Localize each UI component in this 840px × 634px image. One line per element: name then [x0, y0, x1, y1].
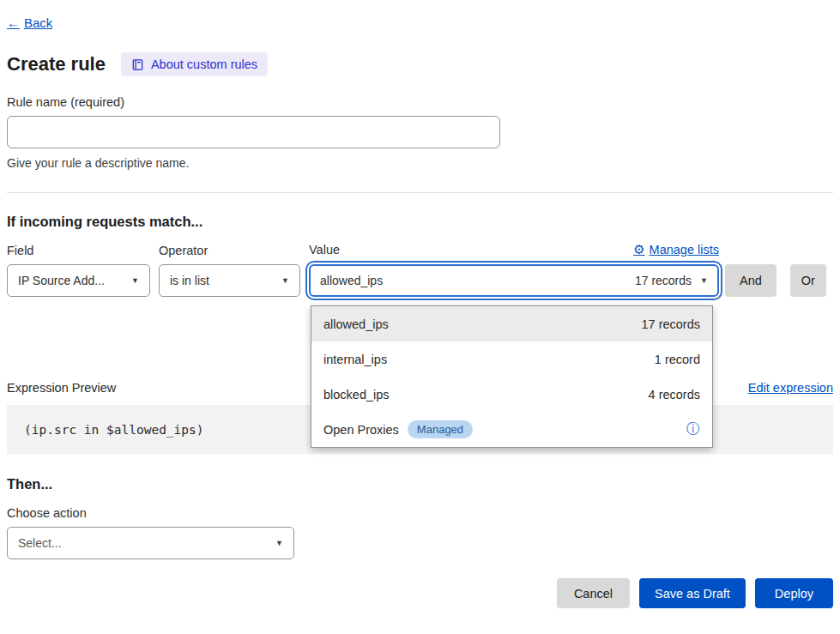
option-name: blocked_ips	[323, 388, 390, 402]
field-select-value: IP Source Add...	[18, 274, 105, 287]
rule-name-input[interactable]	[7, 116, 500, 148]
manage-lists-link[interactable]: ⚙Manage lists	[633, 242, 719, 257]
create-rule-page: ←Back Create rule About custom rules Rul…	[0, 0, 840, 634]
book-icon	[131, 58, 144, 71]
operator-select[interactable]: is in list ▼	[159, 264, 300, 297]
managed-badge: Managed	[408, 420, 473, 438]
and-or-buttons: And Or	[725, 264, 826, 297]
gear-icon: ⚙	[633, 242, 644, 257]
operator-label: Operator	[159, 244, 300, 257]
action-select-value: Select...	[18, 536, 62, 550]
list-option-internal-ips[interactable]: internal_ips 1 record	[311, 341, 712, 377]
value-column: Value ⚙Manage lists allowed_ips 17 recor…	[309, 242, 719, 297]
value-select-records: 17 records	[635, 274, 692, 287]
deploy-button[interactable]: Deploy	[755, 578, 833, 608]
value-dropdown-menu: allowed_ips 17 records internal_ips 1 re…	[311, 305, 713, 448]
expression-preview-label: Expression Preview	[7, 381, 116, 395]
option-name: internal_ips	[323, 353, 387, 366]
cancel-button[interactable]: Cancel	[557, 578, 630, 608]
rule-name-block: Rule name (required) Give your rule a de…	[7, 95, 833, 170]
field-label: Field	[7, 244, 150, 257]
field-select[interactable]: IP Source Add... ▼	[7, 264, 150, 297]
and-button[interactable]: And	[725, 264, 777, 297]
match-condition-row: Field IP Source Add... ▼ Operator is in …	[7, 242, 833, 297]
rule-name-label: Rule name (required)	[7, 95, 833, 109]
value-header-row: Value ⚙Manage lists	[309, 242, 719, 257]
value-select[interactable]: allowed_ips 17 records ▼	[309, 264, 719, 297]
option-records: 1 record	[655, 353, 700, 366]
list-option-open-proxies[interactable]: Open Proxies Managed ⓘ	[311, 412, 712, 447]
option-name: Open Proxies	[323, 423, 399, 437]
back-link-label: Back	[24, 15, 52, 30]
about-badge-label: About custom rules	[151, 57, 257, 71]
option-records: 17 records	[641, 317, 700, 331]
option-name: allowed_ips	[323, 317, 389, 331]
value-label: Value	[309, 243, 340, 257]
value-select-value: allowed_ips	[320, 274, 383, 287]
list-option-allowed-ips[interactable]: allowed_ips 17 records	[311, 306, 712, 341]
info-icon[interactable]: ⓘ	[686, 420, 700, 438]
manage-lists-label: Manage lists	[650, 243, 719, 257]
save-as-draft-button[interactable]: Save as Draft	[639, 578, 746, 608]
chevron-down-icon: ▼	[700, 276, 708, 285]
list-option-blocked-ips[interactable]: blocked_ips 4 records	[311, 377, 712, 412]
chevron-down-icon: ▼	[281, 276, 289, 285]
then-section-heading: Then...	[7, 476, 833, 492]
about-custom-rules-link[interactable]: About custom rules	[121, 52, 268, 76]
title-row: Create rule About custom rules	[7, 52, 833, 76]
back-arrow-icon: ←	[7, 15, 20, 30]
chevron-down-icon: ▼	[131, 276, 139, 285]
action-select[interactable]: Select... ▼	[7, 527, 294, 559]
expression-code: (ip.src in $allowed_ips)	[24, 423, 204, 437]
operator-select-value: is in list	[170, 274, 209, 287]
page-title: Create rule	[7, 53, 106, 75]
rule-name-helper: Give your rule a descriptive name.	[7, 156, 833, 170]
field-column: Field IP Source Add... ▼	[7, 244, 150, 297]
section-divider	[7, 192, 833, 193]
match-section-heading: If incoming requests match...	[7, 214, 833, 230]
or-button[interactable]: Or	[790, 264, 826, 297]
operator-column: Operator is in list ▼	[159, 244, 300, 297]
choose-action-label: Choose action	[7, 506, 833, 520]
edit-expression-link[interactable]: Edit expression	[748, 381, 833, 395]
chevron-down-icon: ▼	[275, 539, 283, 547]
option-records: 4 records	[649, 388, 700, 402]
back-link[interactable]: ←Back	[7, 15, 52, 30]
footer-buttons: Cancel Save as Draft Deploy	[7, 578, 833, 608]
